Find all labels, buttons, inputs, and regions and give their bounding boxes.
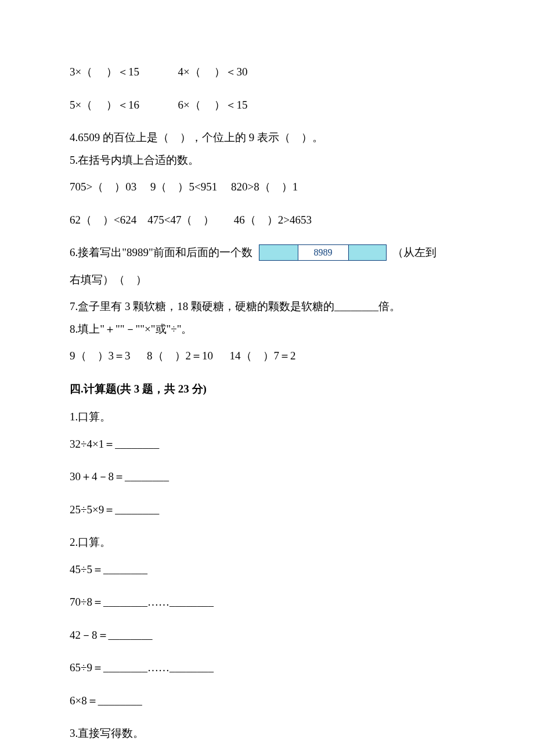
q7-text[interactable]: 7.盒子里有 3 颗软糖，18 颗硬糖，硬糖的颗数是软糖的________倍。 (70, 298, 464, 315)
q6-line: 6.接着写出"8989"前面和后面的一个数 8989 （从左到 (70, 244, 464, 261)
q6-text-a: 6.接着写出"8989"前面和后面的一个数 (70, 244, 255, 261)
calc-1b[interactable]: 30＋4－8＝________ (70, 469, 464, 485)
worksheet-page: 3×（ ）＜15 4×（ ）＜30 5×（ ）＜16 6×（ ）＜15 4.65… (0, 0, 534, 756)
q3-row2[interactable]: 5×（ ）＜16 6×（ ）＜15 (70, 97, 464, 114)
calc-2b[interactable]: 70÷8＝________……________ (70, 594, 464, 611)
q4-text[interactable]: 4.6509 的百位上是（ ），个位上的 9 表示（ ）。 (70, 129, 464, 146)
number-box-value: 8989 (298, 244, 349, 261)
number-box-8989[interactable]: 8989 (259, 244, 387, 261)
calc-2a[interactable]: 45÷5＝________ (70, 561, 464, 578)
calc-2d[interactable]: 65÷9＝________……________ (70, 660, 464, 676)
q8-text: 8.填上"＋""－""×"或"÷"。 (70, 321, 464, 338)
calc-3-row1[interactable]: 30+49= （ ） 53+38=（ ） 18+27+9=（ ） (70, 753, 464, 757)
calc-3-title: 3.直接写得数。 (70, 725, 464, 742)
q8-row[interactable]: 9（ ）3＝3 8（ ）2＝10 14（ ）7＝2 (70, 348, 464, 365)
q5-text: 5.在括号内填上合适的数。 (70, 152, 464, 169)
calc-1c[interactable]: 25÷5×9＝________ (70, 502, 464, 519)
q3-row1[interactable]: 3×（ ）＜15 4×（ ）＜30 (70, 64, 464, 81)
calc-1a[interactable]: 32÷4×1＝________ (70, 436, 464, 453)
q5-row2[interactable]: 62（ ）<624 475<47（ ） 46（ ）2>4653 (70, 212, 464, 229)
section-4-heading: 四.计算题(共 3 题，共 23 分) (70, 381, 464, 398)
calc-2c[interactable]: 42－8＝________ (70, 627, 464, 644)
calc-2-title: 2.口算。 (70, 534, 464, 551)
q6-text-b: （从左到 (390, 244, 437, 261)
calc-1-title: 1.口算。 (70, 409, 464, 426)
calc-2e[interactable]: 6×8＝________ (70, 693, 464, 710)
q5-row1[interactable]: 705>（ ）03 9（ ）5<951 820>8（ ）1 (70, 179, 464, 196)
